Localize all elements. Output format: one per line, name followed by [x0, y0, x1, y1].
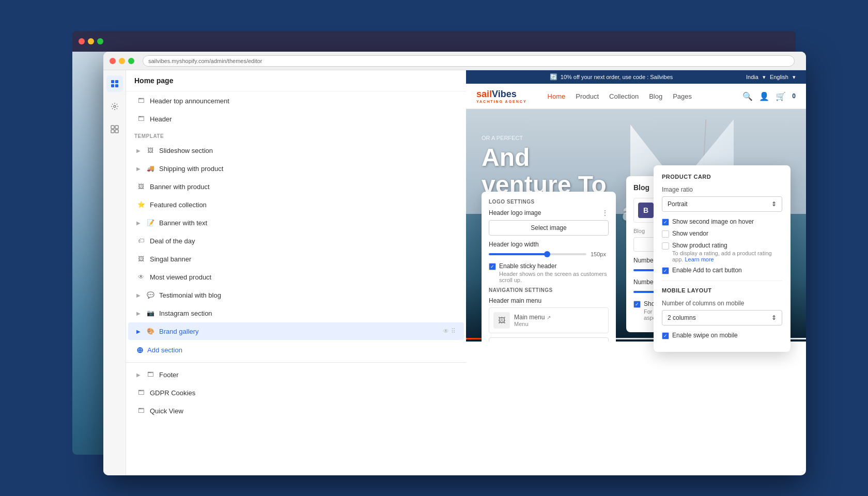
browser-close[interactable]: [110, 58, 116, 64]
sidebar-icon-settings[interactable]: [106, 98, 123, 115]
sidebar-divider: [126, 362, 466, 363]
store-nav: Home Product Collection Blog Pages: [548, 90, 733, 102]
template-section-label: TEMPLATE: [126, 128, 466, 141]
close-dot[interactable]: [79, 38, 85, 44]
sidebar-item-banner-product[interactable]: 🖼 Banner with product: [128, 178, 464, 195]
header-icons: 🔍 👤 🛒 0: [742, 91, 796, 101]
sidebar-item-shipping[interactable]: ▶ 🚚 Shipping with product: [128, 160, 464, 177]
quickview-label: Quick View: [150, 407, 183, 415]
nav-pages[interactable]: Pages: [673, 90, 692, 102]
singal-label: Singal banner: [150, 255, 191, 263]
nav-settings-title: NAVIGATION SETTINGS: [489, 287, 609, 293]
drag-icon[interactable]: ⠿: [451, 328, 456, 335]
logo-width-slider[interactable]: [489, 253, 586, 255]
banner-text-icon: 📝: [146, 218, 155, 227]
add-to-cart-row: ✓ Enable Add to cart button: [662, 267, 782, 274]
quickview-icon: 🗔: [136, 406, 146, 415]
chevron-lang-icon: ▾: [793, 74, 796, 81]
sidebar-item-instagram[interactable]: ▶ 📷 Instagram section: [128, 304, 464, 322]
logo-vibes: Vibes: [492, 89, 517, 99]
store-header: sailVibes YACHTING AGENCY Home Product C…: [466, 84, 806, 109]
rating-learn-more[interactable]: Learn more: [685, 256, 714, 262]
sidebar-item-header[interactable]: 🗔 Header: [128, 110, 464, 128]
sidebar-icon-apps[interactable]: [106, 121, 123, 137]
expand-arrow: ▶: [136, 148, 141, 153]
deal-label: Deal of the day: [150, 237, 195, 245]
sidebar-item-deal[interactable]: 🏷 Deal of the day: [128, 232, 464, 250]
sidebar-item-announcement[interactable]: 🗔 Header top announcement: [128, 92, 464, 110]
sidebar-item-featured[interactable]: ⭐ Featured collection: [128, 196, 464, 213]
nav-collection[interactable]: Collection: [609, 90, 639, 102]
rating-checkbox[interactable]: [662, 242, 669, 250]
mobile-columns-label: Number of columns on mobile: [662, 300, 782, 307]
add-to-cart-checkbox[interactable]: ✓: [662, 267, 669, 274]
sidebar-nav: Home page 🗔 Header top announcement 🗔 He…: [126, 70, 466, 475]
sticky-checkbox-row: ✓ Enable sticky header Header shows on t…: [489, 262, 609, 283]
select-image-button[interactable]: Select image: [489, 220, 609, 236]
nav-label: Header main menu: [489, 297, 609, 304]
logo-area: sailVibes YACHTING AGENCY: [476, 89, 527, 103]
banner-product-label: Banner with product: [150, 183, 210, 191]
add-section-button[interactable]: ⊕ Add section: [128, 341, 464, 359]
menu-dots: ⋮: [601, 209, 609, 217]
minimize-dot[interactable]: [88, 38, 94, 44]
header-icon-nav: 🗔: [136, 114, 146, 123]
sticky-label: Enable sticky header: [499, 262, 609, 270]
swipe-checkbox[interactable]: ✓: [662, 332, 669, 339]
gdpr-label: GDPR Cookies: [150, 389, 195, 397]
menu-sub: Menu: [514, 321, 551, 327]
change-button[interactable]: Change ▾: [489, 337, 609, 342]
sidebar-item-singal[interactable]: 🖼 Singal banner: [128, 250, 464, 268]
announcement-icon: 🗔: [136, 96, 146, 105]
sidebar-item-gdpr[interactable]: 🗔 GDPR Cookies: [128, 384, 464, 401]
second-image-checkbox[interactable]: ✓: [662, 219, 669, 226]
nav-blog[interactable]: Blog: [649, 90, 662, 102]
image-ratio-label: Image ratio: [662, 186, 782, 193]
rating-row: Show product rating To display a rating,…: [662, 242, 782, 262]
mobile-columns-dropdown[interactable]: 2 columns ⇕: [662, 310, 782, 326]
slideshow-icon: 🖼: [146, 146, 155, 155]
second-image-label: Show second image on hover: [672, 218, 754, 225]
sidebar-item-banner-text[interactable]: ▶ 📝 Banner with text: [128, 214, 464, 231]
sidebar-item-footer[interactable]: ▶ 🗔 Footer: [128, 366, 464, 383]
sidebar-item-most-viewed[interactable]: 👁 Most viewed product: [128, 268, 464, 286]
mobile-columns-value: 2 columns: [668, 314, 696, 321]
sidebar-item-brand-gallery[interactable]: ▶ 🎨 Brand gallery 👁 ⠿: [128, 322, 464, 340]
nav-product[interactable]: Product: [576, 90, 599, 102]
search-icon[interactable]: 🔍: [742, 91, 753, 101]
cart-icon[interactable]: 🛒: [776, 91, 786, 101]
logo-sail: sail: [476, 89, 492, 99]
svg-rect-8: [115, 130, 118, 133]
svg-rect-7: [111, 130, 114, 133]
featured-icon: ⭐: [136, 200, 146, 209]
sidebar-icon-layout[interactable]: [106, 75, 123, 92]
sidebar-item-quickview[interactable]: 🗔 Quick View: [128, 402, 464, 420]
url-bar[interactable]: sailvibes.myshopify.com/admin/themes/edi…: [143, 55, 795, 67]
logo-text: sailVibes: [476, 89, 527, 100]
most-viewed-icon: 👁: [136, 272, 146, 282]
rating-text-area: Show product rating To display a rating,…: [672, 242, 782, 262]
maximize-dot[interactable]: [97, 38, 103, 44]
image-ratio-value: Portrait: [668, 200, 688, 208]
svg-rect-1: [115, 80, 118, 83]
featured-label: Featured collection: [150, 201, 207, 209]
featured-checkbox[interactable]: ✓: [633, 301, 641, 308]
nav-home[interactable]: Home: [548, 90, 566, 102]
page-title-text: Home page: [134, 76, 173, 85]
browser-maximize[interactable]: [128, 58, 134, 64]
sidebar-item-slideshow[interactable]: ▶ 🖼 Slideshow section: [128, 142, 464, 159]
sidebar-item-testimonial[interactable]: ▶ 💬 Testimonial with blog: [128, 286, 464, 304]
visibility-icon[interactable]: 👁: [443, 328, 449, 335]
browser-minimize[interactable]: [119, 58, 125, 64]
sticky-checkbox[interactable]: ✓: [489, 263, 496, 270]
image-ratio-dropdown[interactable]: Portrait ⇕: [662, 196, 782, 212]
account-icon[interactable]: 👤: [759, 91, 769, 101]
vendor-checkbox[interactable]: [662, 230, 669, 238]
expand-arrow-5: ▶: [136, 311, 141, 316]
instagram-icon: 📷: [146, 308, 155, 318]
product-panel-title: PRODUCT CARD: [662, 174, 782, 180]
slider-value: 150px: [591, 251, 609, 257]
width-label: Header logo width: [489, 241, 609, 248]
svg-rect-5: [111, 126, 114, 129]
menu-icon-placeholder: 🖼: [493, 312, 510, 329]
